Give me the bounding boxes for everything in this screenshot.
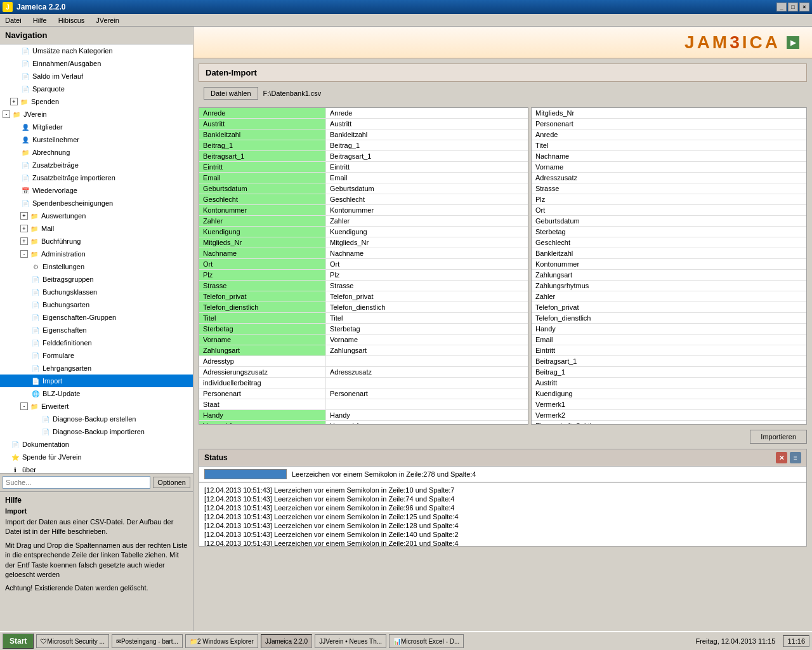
tree-item-mail[interactable]: + 📁 Mail <box>0 222 193 235</box>
mapping-right-item[interactable]: Zahlungsart <box>532 270 806 281</box>
file-select-button[interactable]: Datei wählen <box>204 87 258 100</box>
mapping-row[interactable]: Beitragsart_1Beitragsart_1 <box>199 151 528 162</box>
tree-item-felddefinitionen[interactable]: 📄 Felddefinitionen <box>0 336 193 349</box>
mapping-row[interactable]: EmailEmail <box>199 173 528 183</box>
mapping-row[interactable]: SterbetagSterbetag <box>199 324 528 335</box>
mapping-row[interactable]: KontonummerKontonummer <box>199 205 528 216</box>
taskbar-item-posteingang[interactable]: ✉ Posteingang - bart... <box>112 634 183 648</box>
mapping-row[interactable]: BankleitzahlBankleitzahl <box>199 129 528 140</box>
mapping-row[interactable]: EintrittEintritt <box>199 162 528 173</box>
tree-item-auswertungen[interactable]: + 📁 Auswertungen <box>0 209 193 222</box>
mapping-right-item[interactable]: Vermerk2 <box>532 410 806 421</box>
mapping-right-item[interactable]: Strasse <box>532 183 806 194</box>
tree-item-buchungsarten[interactable]: 📄 Buchungsarten <box>0 298 193 311</box>
tree-item-ueber[interactable]: ℹ über <box>0 463 193 473</box>
mapping-right-item[interactable]: Zahler <box>532 291 806 302</box>
mapping-right-item[interactable]: Eintritt <box>532 345 806 356</box>
tree-item-buchfuehrung[interactable]: + 📁 Buchführung <box>0 235 193 248</box>
mapping-right-item[interactable]: Kontonummer <box>532 259 806 270</box>
mapping-right-item[interactable]: Plz <box>532 194 806 205</box>
menu-datei[interactable]: Datei <box>3 15 24 25</box>
mapping-right-item[interactable]: Nachname <box>532 151 806 162</box>
tree-item-sparquote[interactable]: 📄 Sparquote <box>0 83 193 95</box>
taskbar-item-jverein[interactable]: J JVerein • Neues Th... <box>315 634 386 648</box>
mapping-row[interactable]: GeschlechtGeschlecht <box>199 194 528 205</box>
title-bar-controls[interactable]: _ □ × <box>776 3 809 11</box>
tree-item-jverein[interactable]: - 📁 JVerein <box>0 108 193 121</box>
mapping-right-item[interactable]: Vermerk1 <box>532 399 806 410</box>
mapping-row[interactable]: Mitglieds_NrMitglieds_Nr <box>199 237 528 248</box>
menu-hilfe[interactable]: Hilfe <box>30 15 49 25</box>
minimize-button[interactable]: _ <box>776 3 787 11</box>
tree-item-spenden[interactable]: + 📁 Spenden <box>0 95 193 108</box>
mapping-right-item[interactable]: Kuendigung <box>532 388 806 399</box>
expand-spenden[interactable]: + <box>10 98 18 105</box>
tree-item-abrechnung[interactable]: 📁 Abrechnung <box>0 146 193 159</box>
mapping-right-item[interactable]: Mitglieds_Nr <box>532 108 806 119</box>
expand-erweitert[interactable]: - <box>20 402 28 410</box>
mapping-row[interactable]: Telefon_dienstlichTelefon_dienstlich <box>199 302 528 313</box>
mapping-right-item[interactable]: Bankleitzahl <box>532 248 806 259</box>
mapping-right-item[interactable]: Eigenschaft_Sektion <box>532 421 806 425</box>
expand-auswertungen[interactable]: + <box>20 212 28 220</box>
taskbar-item-explorer[interactable]: 📁 2 Windows Explorer <box>185 634 258 648</box>
tree-item-buchungsklassen[interactable]: 📄 Buchungsklassen <box>0 286 193 298</box>
tree-item-saldo[interactable]: 📄 Saldo im Verlauf <box>0 70 193 83</box>
mapping-row[interactable]: PersonenartPersonenart <box>199 388 528 399</box>
mapping-row[interactable]: PlzPlz <box>199 270 528 281</box>
mapping-right-item[interactable]: Geschlecht <box>532 237 806 248</box>
tree-item-beitragsgruppen[interactable]: 📄 Beitragsgruppen <box>0 273 193 286</box>
nav-arrow-icon[interactable]: ▶ <box>787 36 799 49</box>
tree-item-mitglieder[interactable]: 👤 Mitglieder <box>0 121 193 133</box>
tree-item-spende-jverein[interactable]: ⭐ Spende für JVerein <box>0 451 193 463</box>
mapping-right-item[interactable]: Handy <box>532 324 806 335</box>
tree-item-erweitert[interactable]: - 📁 Erweitert <box>0 400 193 413</box>
mapping-row[interactable]: OrtOrt <box>199 259 528 270</box>
mapping-row[interactable]: Adresstyp <box>199 356 528 367</box>
mapping-right-item[interactable]: Sterbetag <box>532 227 806 237</box>
mapping-right-item[interactable]: Beitragsart_1 <box>532 356 806 367</box>
mapping-right-item[interactable]: Vorname <box>532 162 806 173</box>
tree-item-umsaetze[interactable]: 📄 Umsätze nach Kategorien <box>0 44 193 57</box>
mapping-row[interactable]: VornameVorname <box>199 335 528 345</box>
tree-item-einstellungen[interactable]: ⚙ Einstellungen <box>0 260 193 273</box>
mapping-right-item[interactable]: Personenart <box>532 119 806 129</box>
taskbar-item-jameica[interactable]: J Jameica 2.2.0 <box>261 634 312 648</box>
tree-item-spendenbescheinigungen[interactable]: 📄 Spendenbescheinigungen <box>0 197 193 209</box>
expand-administration[interactable]: - <box>20 250 28 258</box>
tree-item-eigenschaften-gruppen[interactable]: 📄 Eigenschaften-Gruppen <box>0 311 193 324</box>
mapping-right-item[interactable]: Email <box>532 335 806 345</box>
tree-item-administration[interactable]: - 📁 Administration <box>0 248 193 260</box>
mapping-row[interactable]: Vermerk1Vermerk1 <box>199 421 528 425</box>
import-button[interactable]: Importieren <box>750 430 807 444</box>
tree-item-diagnose-backup[interactable]: 📄 Diagnose-Backup erstellen <box>0 413 193 425</box>
mapping-right-item[interactable]: Zahlungsrhytmus <box>532 281 806 291</box>
mapping-row[interactable]: TitelTitel <box>199 313 528 324</box>
mapping-row[interactable]: NachnameNachname <box>199 248 528 259</box>
maximize-button[interactable]: □ <box>788 3 798 11</box>
menu-jverein[interactable]: JVerein <box>93 15 122 25</box>
mapping-right-item[interactable]: Adresszusatz <box>532 173 806 183</box>
mapping-right-item[interactable]: Beitrag_1 <box>532 367 806 378</box>
expand-buchfuehrung[interactable]: + <box>20 237 28 245</box>
tree-item-eigenschaften[interactable]: 📄 Eigenschaften <box>0 324 193 336</box>
tree-item-formulare[interactable]: 📄 Formulare <box>0 349 193 362</box>
tree-item-einnahmen[interactable]: 📄 Einnahmen/Ausgaben <box>0 57 193 70</box>
mapping-row[interactable]: Beitrag_1Beitrag_1 <box>199 140 528 151</box>
tree-item-diagnose-import[interactable]: 📄 Diagnose-Backup importieren <box>0 425 193 438</box>
options-button[interactable]: Optionen <box>153 477 190 488</box>
mapping-right-item[interactable]: Titel <box>532 140 806 151</box>
status-close-icon[interactable]: ✕ <box>776 452 787 463</box>
menu-hibiscus[interactable]: Hibiscus <box>56 15 88 25</box>
mapping-row[interactable]: AdressierungszusatzAdresszusatz <box>199 367 528 378</box>
mapping-row[interactable]: HandyHandy <box>199 410 528 421</box>
mapping-row[interactable]: ZahlerZahler <box>199 216 528 227</box>
tree-item-kursteilnehmer[interactable]: 👤 Kursteilnehmer <box>0 133 193 146</box>
mapping-row[interactable]: GeburtsdatumGeburtsdatum <box>199 183 528 194</box>
tree-item-zusatzbeitraege-import[interactable]: 📄 Zusatzbeiträge importieren <box>0 171 193 184</box>
tree-item-zusatzbeitraege[interactable]: 📄 Zusatzbeiträge <box>0 159 193 171</box>
tree-item-lehrgangsarten[interactable]: 📄 Lehrgangsarten <box>0 362 193 375</box>
mapping-row[interactable]: Telefon_privatTelefon_privat <box>199 291 528 302</box>
search-input[interactable] <box>3 476 150 489</box>
mapping-row[interactable]: individuellerbeitrag <box>199 378 528 388</box>
